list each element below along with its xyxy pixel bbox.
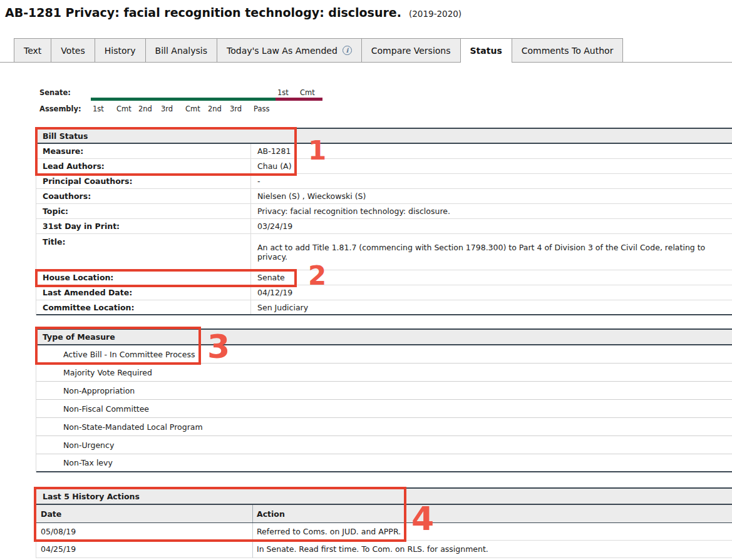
history-date: 05/08/19 [36, 523, 253, 540]
assembly-stage-3rd2: 3rd [230, 104, 242, 113]
tab-todays-law-as-amended[interactable]: Today's Law As Amended i [217, 38, 362, 62]
history-date: 04/25/19 [36, 541, 253, 557]
session-years: (2019-2020) [409, 9, 461, 19]
assembly-stage-2nd1: 2nd [138, 104, 152, 113]
table-row: 05/08/19 Referred to Coms. on JUD. and A… [36, 523, 732, 541]
row-value: An act to add Title 1.81.7 (commencing w… [251, 234, 732, 270]
row-label: House Location: [36, 270, 251, 285]
tab-comments-to-author[interactable]: Comments To Author [512, 38, 624, 62]
list-item: Majority Vote Required [36, 364, 732, 382]
row-label: Last Amended Date: [36, 285, 251, 300]
assembly-stage-cmt2: Cmt [185, 104, 200, 113]
assembly-stage-2nd2: 2nd [208, 104, 222, 113]
assembly-stage-1st: 1st [93, 104, 104, 113]
row-value: 03/24/19 [251, 219, 732, 233]
list-item: Non-Tax levy [36, 454, 732, 472]
row-label: Coauthors: [36, 189, 251, 203]
table-row: Lead Authors: Chau (A) [36, 159, 732, 174]
table-row: 31st Day in Print: 03/24/19 [36, 219, 732, 234]
table-row: Principal Coauthors: - [36, 174, 732, 189]
row-label: Lead Authors: [36, 159, 251, 173]
row-label: Measure: [36, 144, 251, 158]
list-item: Non-Appropriation [36, 382, 732, 400]
info-icon[interactable]: i [343, 46, 352, 55]
table-row: Topic: Privacy: facial recognition techn… [36, 204, 732, 219]
senate-stage-cmt: Cmt [300, 88, 315, 97]
history-action: In Senate. Read first time. To Com. on R… [253, 541, 732, 557]
table-row: House Location: Senate [36, 270, 732, 285]
row-label: Committee Location: [36, 300, 251, 314]
table-row: Measure: AB-1281 [36, 144, 732, 159]
tab-votes[interactable]: Votes [51, 38, 95, 62]
senate-stage-1st: 1st [277, 88, 289, 97]
history-column-headers: Date Action [36, 505, 732, 523]
row-label: 31st Day in Print: [36, 219, 251, 233]
list-item: Active Bill - In Committee Process [36, 345, 732, 364]
table-row: Title: An act to add Title 1.81.7 (comme… [36, 234, 732, 270]
table-row: Coauthors: Nielsen (S) , Wieckowski (S) [36, 189, 732, 204]
row-label: Principal Coauthors: [36, 174, 251, 188]
assembly-stage-pass: Pass [254, 104, 269, 113]
bill-title: AB-1281 Privacy: facial recognition tech… [5, 6, 401, 19]
bill-progress-bar [91, 98, 322, 101]
senate-progress-label: Senate: [39, 88, 71, 97]
row-value: Privacy: facial recognition technology: … [251, 204, 732, 218]
bill-status-header: Bill Status [36, 128, 732, 144]
type-of-measure-header: Type of Measure [36, 328, 732, 345]
tab-bar: Text Votes History Bill Analysis Today's… [0, 38, 732, 63]
row-value: Sen Judiciary [251, 300, 732, 314]
assembly-stage-3rd1: 3rd [161, 104, 173, 113]
row-value: Nielsen (S) , Wieckowski (S) [251, 189, 732, 203]
row-value: Senate [251, 270, 732, 285]
tab-compare-versions[interactable]: Compare Versions [361, 38, 461, 62]
row-value: AB-1281 [251, 144, 732, 158]
history-action: Referred to Coms. on JUD. and APPR. [253, 523, 732, 540]
history-actions-header: Last 5 History Actions [36, 487, 732, 505]
tab-history[interactable]: History [95, 38, 146, 62]
bill-status-table: Bill Status Measure: AB-1281 Lead Author… [36, 128, 732, 315]
page-title: AB-1281 Privacy: facial recognition tech… [5, 6, 461, 19]
list-item: Non-Fiscal Committee [36, 400, 732, 418]
date-column-header: Date [36, 505, 253, 522]
list-item: Non-State-Mandated Local Program [36, 418, 732, 436]
row-value: Chau (A) [251, 159, 732, 173]
history-actions-table: Last 5 History Actions Date Action 05/08… [36, 487, 732, 558]
type-of-measure-table: Type of Measure Active Bill - In Committ… [36, 328, 732, 472]
progress-current-segment [276, 98, 322, 101]
list-item: Non-Urgency [36, 436, 732, 454]
tab-bill-analysis[interactable]: Bill Analysis [145, 38, 217, 62]
row-value: - [251, 174, 732, 188]
assembly-progress-label: Assembly: [39, 104, 81, 113]
progress-completed-segment [91, 98, 276, 101]
table-row: 04/25/19 In Senate. Read first time. To … [36, 541, 732, 558]
row-value: 04/12/19 [251, 285, 732, 300]
table-row: Last Amended Date: 04/12/19 [36, 285, 732, 300]
action-column-header: Action [253, 505, 732, 522]
assembly-stage-cmt1: Cmt [116, 104, 131, 113]
tab-status[interactable]: Status [460, 38, 512, 63]
row-label: Title: [36, 234, 251, 270]
tab-text[interactable]: Text [14, 38, 51, 62]
table-row: Committee Location: Sen Judiciary [36, 300, 732, 315]
row-label: Topic: [36, 204, 251, 218]
